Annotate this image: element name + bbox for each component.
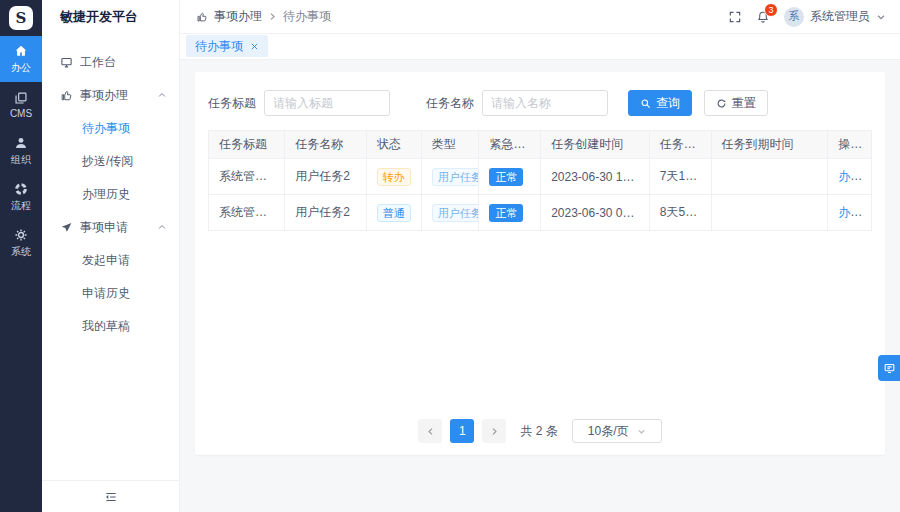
col-type: 类型 [421, 131, 479, 159]
hand-click-icon [60, 89, 73, 102]
cell-type: 用户任务 [421, 195, 479, 231]
sidebar-item-label: 申请历史 [82, 285, 130, 302]
tabbar: 待办事项 [180, 34, 900, 60]
chevron-left-icon [426, 427, 435, 436]
hand-click-icon [196, 11, 208, 23]
cell-duration: 8天55分 [649, 195, 711, 231]
rail-item-label: 流程 [11, 199, 31, 213]
breadcrumb-current: 待办事项 [283, 8, 331, 25]
rail-item-process[interactable]: 流程 [0, 174, 42, 220]
gear-icon [14, 228, 28, 242]
rail-item-office[interactable]: 办公 [0, 36, 42, 82]
chevron-down-icon [876, 8, 886, 26]
col-urgency: 紧急程度 [479, 131, 541, 159]
notifications-button[interactable]: 3 [756, 10, 770, 24]
next-page-button[interactable] [482, 419, 506, 443]
page-size-select[interactable]: 10条/页 [572, 419, 662, 443]
monitor-icon [60, 56, 73, 69]
cell-urgency: 正常 [479, 159, 541, 195]
rail-item-label: CMS [10, 108, 32, 119]
app-title: 敏捷开发平台 [42, 0, 179, 34]
app-window: S 办公 CMS 组织 流程 系统 敏捷开发平台 工作台 [0, 0, 900, 512]
paper-plane-icon [60, 221, 73, 234]
logo-icon: S [9, 6, 33, 30]
task-title-input[interactable] [264, 90, 390, 116]
sidebar-collapse-button[interactable] [42, 480, 179, 512]
sidebar-group-label: 事项申请 [80, 219, 128, 236]
chevron-right-icon [490, 427, 499, 436]
collapse-menu-icon [104, 490, 118, 504]
cell-duration: 7天16时 [649, 159, 711, 195]
reset-button[interactable]: 重置 [704, 90, 768, 116]
cell-status: 普通 [366, 195, 421, 231]
tasks-table: 任务标题 任务名称 状态 类型 紧急程度 任务创建时间 任务持续时间 任务到期时… [208, 130, 872, 231]
fullscreen-button[interactable] [728, 10, 742, 24]
breadcrumb-separator-icon [268, 10, 277, 24]
cms-icon [14, 91, 28, 105]
chevron-up-icon [157, 89, 167, 103]
rail-item-cms[interactable]: CMS [0, 82, 42, 128]
tab-todo-matters[interactable]: 待办事项 [186, 35, 268, 57]
content: 任务标题 任务名称 查询 重置 [180, 60, 900, 512]
handle-link[interactable]: 办理 [838, 205, 862, 219]
avatar: 系 [784, 7, 804, 27]
pagination: 1 共 2 条 10条/页 [195, 419, 885, 443]
icon-rail: S 办公 CMS 组织 流程 系统 [0, 0, 42, 512]
col-task-name: 任务名称 [285, 131, 367, 159]
sidebar-item-label: 发起申请 [82, 252, 130, 269]
col-status: 状态 [366, 131, 421, 159]
page-size-value: 10条/页 [588, 423, 629, 440]
sidebar-item-label: 我的草稿 [82, 318, 130, 335]
cell-task-title: 系统管理员... [209, 195, 285, 231]
floating-widget-button[interactable] [878, 355, 900, 381]
sidebar-item-handle-history[interactable]: 办理历史 [42, 178, 179, 211]
cell-due-time [711, 159, 828, 195]
topbar-right: 3 系 系统管理员 [728, 7, 886, 27]
cell-task-title: 系统管理员... [209, 159, 285, 195]
widget-icon [883, 362, 896, 375]
chevron-down-icon [637, 427, 646, 436]
task-name-label: 任务名称 [426, 95, 474, 112]
sidebar-item-my-drafts[interactable]: 我的草稿 [42, 310, 179, 343]
main-area: 事项办理 待办事项 3 系 系统管理员 [180, 0, 900, 512]
user-menu[interactable]: 系 系统管理员 [784, 7, 886, 27]
cell-type: 用户任务 [421, 159, 479, 195]
app-logo: S [0, 0, 42, 36]
handle-link[interactable]: 办理 [838, 169, 862, 183]
cell-actions: 办理 [828, 159, 872, 195]
breadcrumb-parent[interactable]: 事项办理 [214, 8, 262, 25]
sidebar-menu: 工作台 事项办理 待办事项 抄送/传阅 办理历史 事项申请 [42, 34, 179, 343]
tab-label: 待办事项 [195, 38, 243, 55]
page-number-button[interactable]: 1 [450, 419, 474, 443]
chevron-up-icon [157, 221, 167, 235]
breadcrumb: 事项办理 待办事项 [196, 8, 331, 25]
rail-item-organization[interactable]: 组织 [0, 128, 42, 174]
sidebar-group-label: 事项办理 [80, 87, 128, 104]
sidebar-item-todo-matters[interactable]: 待办事项 [42, 112, 179, 145]
sidebar-item-workbench[interactable]: 工作台 [42, 46, 179, 79]
tab-close-icon[interactable] [250, 42, 259, 51]
cell-created-time: 2023-06-30 09:22:19 [541, 195, 650, 231]
reset-button-label: 重置 [732, 95, 756, 112]
table-row: 系统管理员... 用户任务2 转办 用户任务 正常 2023-06-30 18:… [209, 159, 872, 195]
status-tag: 转办 [377, 168, 411, 186]
process-icon [14, 182, 28, 196]
status-tag: 普通 [377, 204, 411, 222]
sidebar-group-matter-apply[interactable]: 事项申请 [42, 211, 179, 244]
rail-item-system[interactable]: 系统 [0, 220, 42, 266]
sidebar-group-matter-handle[interactable]: 事项办理 [42, 79, 179, 112]
sidebar-item-cc-read[interactable]: 抄送/传阅 [42, 145, 179, 178]
col-created-time: 任务创建时间 [541, 131, 650, 159]
rail-item-label: 系统 [11, 245, 31, 259]
prev-page-button[interactable] [418, 419, 442, 443]
sidebar-item-apply-history[interactable]: 申请历史 [42, 277, 179, 310]
cell-urgency: 正常 [479, 195, 541, 231]
col-actions: 操作 [828, 131, 872, 159]
task-title-label: 任务标题 [208, 95, 256, 112]
total-count-text: 共 2 条 [520, 423, 557, 440]
task-name-input[interactable] [482, 90, 608, 116]
sidebar-item-start-apply[interactable]: 发起申请 [42, 244, 179, 277]
type-tag: 用户任务 [432, 168, 479, 186]
type-tag: 用户任务 [432, 204, 479, 222]
search-button[interactable]: 查询 [628, 90, 692, 116]
